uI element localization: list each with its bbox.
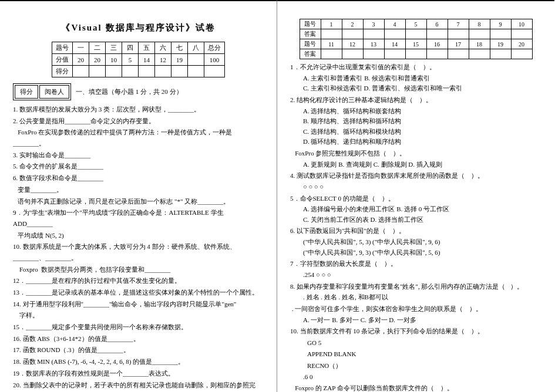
left-page: 《Visual 数据库与程序设计》试卷 题号一二三四五六七八总分 分值20201…	[0, 0, 277, 392]
q1-17: 17. 函数 ROUND（.3）的值是________。	[13, 344, 264, 356]
q1-20: 20. 当删除父表中的记录时，若子表中的所有相关记录也能自动删除，则相应的参照完	[13, 380, 264, 391]
r5a: A. 选择编号最小的未使用工作区 B. 选择 0 号工作区	[290, 204, 541, 215]
q1-15: 15．________规定多个变量共同使用同一个名称来存储数据。	[13, 322, 264, 333]
score-label: 得分	[15, 85, 38, 99]
q1-6: 变量________。	[13, 184, 264, 195]
q1-14b: 字样。	[13, 310, 264, 321]
r6: 6. 以下函数返回为"共和国"的是（ ）。	[290, 225, 541, 236]
r6a: ("中华人民共和国", 5, 3) ("中华人民共和国", 9, 6)	[290, 237, 541, 248]
r10b: APPEND BLANK	[290, 349, 541, 360]
q1-7: 语句并不真正删除记录，而只是在记录后面加一个标志 "*" 又称________。	[13, 196, 264, 207]
q1-2b: FoxPro 在实现参数传递的过程中提供了两种方法：一种是传值方式，一种是___…	[13, 127, 264, 148]
r10a: GO 5	[290, 337, 541, 349]
right-page: 题号12345678910 答案 题号11121314151617181920 …	[277, 0, 554, 392]
q1-5: 6. 数值字段求和命令是________	[13, 173, 264, 184]
exam-title: 《Visual 数据库与程序设计》试卷	[13, 22, 264, 33]
r5b: C. 关闭当前工作区的表 D. 选择当前工作区	[290, 215, 541, 225]
r10d: .6 0	[290, 372, 541, 383]
score-summary-table: 题号一二三四五六七八总分 分值2020105141219100 得分	[52, 42, 225, 77]
r2: 2. 结构化程序设计的三种基本逻辑结构是（ ）。	[290, 94, 541, 106]
r3a: A. 更新规则 B. 查询规则 C. 删除规则 D. 插入规则	[290, 160, 541, 170]
r2b: B. 顺序结构、选择结构和循环结构	[290, 116, 541, 127]
q1-3: 3. 实时输出命令是________	[13, 150, 264, 161]
q1-4: 5. 命令文件的扩展名是________	[13, 161, 264, 172]
r8a: . 姓名 . 姓名 . 姓名, 和B都可以	[290, 292, 541, 303]
answer-grid-1: 题号12345678910 答案 题号11121314151617181920 …	[300, 19, 533, 59]
r7: 7．字符型数据的最大长度是（ ）。	[290, 258, 541, 269]
r2a: A. 选择结构、循环结构和嵌套结构	[290, 106, 541, 117]
q1-9: 9．为"学生"表增加一个"平均成绩"字段的正确命令是：ALTERTABLE 学生…	[13, 207, 264, 229]
table-row: 分值2020105141219100	[52, 54, 225, 66]
r5: 5．命令SELECT 0 的功能是（ ）。	[290, 193, 541, 204]
r1: 1．不允许记录中出现重复索引值的索引是（ ）。	[290, 62, 541, 73]
q1-11: Foxpro 数据类型共分两类，包括字段变量和________	[13, 264, 264, 275]
q1-19: 19．数据库表的字段有效性规则是一个________表达式。	[13, 368, 264, 379]
r10: 10. 当前数据库文件有 10 条记录，执行下列命令后的结果是（ ）。	[290, 326, 541, 337]
r4: 4. 测试数据库记录指针是否指向数据库末尾所使用的函数是（ ）。	[290, 170, 541, 181]
r1b: C. 主索引和候选索引 D. 普通索引、候选索引和唯一索引	[290, 83, 541, 94]
q1-13: 13．________是记录或表的基本单位，是描述这些实体对象的某个特性的一个个…	[13, 287, 264, 298]
q1-2a: 2. 公共变量是指用________命令定义的内存变量。	[13, 116, 264, 127]
table-row: 得分	[52, 66, 225, 77]
q1-16: 16. 函数 ABS（3+6-14*2）的值是________。	[13, 333, 264, 344]
table-row: 题号12345678910	[300, 19, 532, 29]
r6b: ("中华人民共和国", 9, 3) ("中华人民共和国", 5, 6)	[290, 248, 541, 258]
q1-12: 12．________是在程序的执行过程中其值不发生变化的量。	[13, 275, 264, 286]
r1a: A. 主索引和普通索引 B. 候选索引和普通索引	[290, 73, 541, 84]
r9a: A. 一对一 B. 多对一 C. 多对一 D. 一对多	[290, 315, 541, 326]
r3: FoxPro 参照完整性规则不包括（ ）。	[290, 148, 541, 159]
q1-18: 18. 函数 MIN (ABS (-7), -6, -4, -2, 2, 4, …	[13, 356, 264, 367]
table-row: 题号一二三四五六七八总分	[52, 42, 225, 54]
q1-9b: 平均成绩 N(5, 2)	[13, 230, 264, 241]
r2c: C. 选择结构、循环结构和模块结构	[290, 127, 541, 137]
r9: . 一间宿舍可住多个学生，则实体宿舍和学生之间的联系是（ ）。	[290, 303, 541, 315]
table-row: 答案	[300, 29, 532, 39]
r11: Foxpro 的 ZAP 命令可以删除当前数据库文件的（ ）。	[290, 383, 541, 392]
section-1-header: 得分 阅卷人 一、填空题（每小题 1 分，共 20 分）	[13, 83, 264, 100]
grader-label: 阅卷人	[39, 85, 69, 99]
section-1-title: 一、填空题（每小题 1 分，共 20 分）	[76, 87, 183, 96]
q1-10: 10. 数据库系统是一个庞大的体系，大致可分为 4 部分：硬件系统、软件系统、_…	[13, 241, 264, 263]
r2d: D. 循环结构、递归结构和顺序结构	[290, 137, 541, 147]
table-row: 题号11121314151617181920	[300, 39, 532, 49]
r7a: .254 ○ ○ ○	[290, 270, 541, 281]
r10c: RECNO（）	[290, 360, 541, 371]
r8: 8. 如果内存变量和字段变量均有变量名"姓名", 那么引用内存的正确方法是（ ）…	[290, 281, 541, 292]
q1-1: 1. 数据库模型的发展大致分为 3 类：层次型，网状型，________。	[13, 104, 264, 115]
r4a: ○ ○ ○ ○	[290, 182, 541, 192]
table-row: 答案	[300, 49, 532, 59]
q1-14: 14. 对于通用型字段利用"________"输出命令，输出字段内容时只能显示单…	[13, 299, 264, 310]
